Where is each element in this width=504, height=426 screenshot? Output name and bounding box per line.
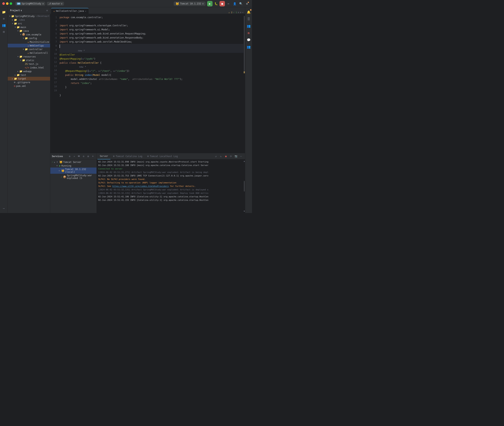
services-item-tomcat-server[interactable]: ✓ ▲ ▼ 🐱 Tomcat Server: [50, 160, 97, 164]
code-content[interactable]: package com.example.controller; import o…: [59, 14, 245, 153]
minimize-button[interactable]: [6, 2, 8, 5]
services-expand-icon[interactable]: ⊞: [86, 154, 90, 158]
tab-label: HelloController.java: [56, 10, 84, 12]
run-button[interactable]: ▶: [207, 1, 213, 6]
tree-item-static[interactable]: ▼ 📁 static: [8, 58, 50, 62]
right-sidebar-collab[interactable]: 👥: [246, 23, 252, 29]
tree-item-target[interactable]: ▶ 📁 target: [8, 77, 50, 80]
settings-button[interactable]: ⚙: [244, 1, 250, 6]
right-sidebar-database[interactable]: 🗄: [246, 16, 252, 22]
editor-scrollbar[interactable]: [244, 14, 245, 153]
tree-item-maininit[interactable]: ▶ ☕ MainInitialize: [8, 40, 50, 44]
console-tab-catalina[interactable]: 🖥 Tomcat Catalina Log: [111, 153, 145, 159]
tomcat-run-config[interactable]: 🐱 Tomcat 10.1.232 ∨: [174, 1, 206, 6]
editor-expand-icon[interactable]: ∧: [238, 11, 239, 14]
code-line-6: import org.springframework.web.bind.anno…: [60, 36, 244, 40]
console-camera-icon[interactable]: 📷: [234, 154, 238, 158]
project-panel-settings-icon[interactable]: ⚙: [46, 9, 48, 12]
console-tabs: Server 🖥 Tomcat Catalina Log 🖥 Tomcat Lo…: [97, 153, 245, 159]
sidebar-item-collab[interactable]: 👥: [1, 22, 7, 28]
tree-item-com-example[interactable]: ▼ 📦 com.example: [8, 33, 50, 36]
right-sidebar-maven[interactable]: m: [246, 30, 252, 36]
services-item-running[interactable]: ▼ ▶ Running: [50, 164, 97, 168]
code-editor[interactable]: 12345 678910 1112131415 16171819 package…: [50, 14, 245, 153]
console-tab-server[interactable]: Server: [98, 153, 111, 159]
console-tab-localhost[interactable]: 🖥 Tomcat Localhost Log: [145, 153, 180, 159]
console-more-icon[interactable]: ⋯: [239, 154, 243, 158]
tree-item-config[interactable]: ▼ 📁 config: [8, 36, 50, 40]
console-stop-icon[interactable]: ■: [224, 154, 228, 158]
code-line-18: }: [60, 93, 244, 98]
sidebar-item-more[interactable]: ⋯: [1, 205, 7, 212]
more-actions-button[interactable]: ⋯: [226, 1, 231, 6]
services-item-tomcat-local[interactable]: ▼ 🐱 Tomcat 10.1.232 [local]: [50, 168, 97, 174]
log-line-7: SLF4J: Defaulting to no-operation (NOP) …: [98, 181, 242, 185]
log-line-2: 02-Jun-2024 15:51:31.108 INFO [main] org…: [98, 164, 242, 167]
tree-label-config: config: [29, 37, 37, 40]
tree-item-webconfig[interactable]: ▶ ☕ WebConfigu: [8, 44, 50, 47]
close-button[interactable]: [2, 2, 5, 5]
right-sidebar-notifications[interactable]: 🔔: [246, 9, 252, 15]
tree-arrow-src: ▼: [11, 22, 14, 25]
tree-item-webapp[interactable]: ▶ 📁 webapp: [8, 70, 50, 73]
console-content[interactable]: 02-Jun-2024 15:51:31.098 INFO [main] org…: [97, 159, 244, 213]
project-panel-header: Project ∨ ⚙: [8, 7, 50, 14]
slf4j-link[interactable]: https://www.slf4j.org/codes.html#noProvi…: [112, 185, 169, 187]
stop-button[interactable]: ■: [219, 1, 225, 6]
console-tab-icon-catalina: 🖥: [113, 155, 115, 157]
tab-close-button[interactable]: ✕: [85, 10, 86, 12]
tab-hellocontroller[interactable]: ☕ HelloController.java ✕: [51, 8, 89, 14]
tree-item-root[interactable]: ▼ 📁 SpringMVCStudy ~/Desktop/C: [8, 14, 50, 18]
project-panel-title: Project ∨: [10, 9, 22, 12]
tree-path-root: ~/Desktop/C: [35, 15, 49, 17]
branch-switcher[interactable]: ⎇ master ∨: [47, 2, 64, 6]
services-visibility-icon[interactable]: 👁: [77, 154, 81, 158]
console-restart-icon[interactable]: ⟳: [229, 154, 233, 158]
search-button[interactable]: 🔍: [238, 1, 244, 6]
tree-item-idea[interactable]: ▶ 📁 .idea: [8, 18, 50, 22]
tree-item-testjs[interactable]: ▶ JS test.js: [8, 62, 50, 66]
tree-label-test: test: [21, 74, 26, 76]
services-label-artifact: SpringMVCStudy:war exploded [S: [67, 174, 95, 179]
tree-item-hellocontroller[interactable]: ▶ ☕ HelloControll: [8, 51, 50, 55]
debug-button[interactable]: 🐛: [213, 1, 219, 6]
services-add-icon[interactable]: +: [91, 154, 95, 158]
project-switcher[interactable]: SM SpringMVCStudy ∨: [15, 2, 45, 6]
tree-label-pomxml: pom.xml: [16, 85, 26, 87]
services-item-artifact[interactable]: ▶ ✓ 📦 SpringMVCStudy:war exploded [S: [50, 174, 97, 180]
services-sync-icon[interactable]: ⊙: [68, 154, 72, 158]
tree-item-java[interactable]: ▼ 📁 java: [8, 29, 50, 33]
project-dropdown-icon: ∨: [42, 2, 44, 5]
editor-collapse-icon[interactable]: ∨: [240, 11, 241, 14]
tree-item-pomxml[interactable]: ▶ m pom.xml: [8, 84, 50, 88]
tree-item-indexhtml[interactable]: ▶ </> index.html: [8, 66, 50, 70]
tree-item-test[interactable]: ▶ 📁 test: [8, 73, 50, 77]
right-sidebar-share[interactable]: 👥: [246, 44, 252, 50]
user-button[interactable]: 👤: [232, 1, 237, 6]
console-scroll-up[interactable]: ▲: [244, 160, 245, 163]
code-line-9: @Controller: [60, 53, 244, 57]
console-reload-icon[interactable]: ↺: [214, 154, 218, 158]
project-panel-dropdown[interactable]: ∨: [21, 9, 22, 12]
editor-menu-icon[interactable]: ⋯: [242, 11, 244, 14]
tabs-actions: ⚠ 2 ✓ 1 ∧ ∨ ⋯: [228, 11, 244, 14]
console-scrollbar-thumb[interactable]: [244, 181, 245, 192]
sidebar-item-vcs[interactable]: ⊕: [1, 15, 7, 22]
services-close-icon[interactable]: ✕: [72, 154, 76, 158]
console-scroll-down[interactable]: ▼: [244, 210, 245, 213]
sidebar-item-project[interactable]: 📁: [1, 9, 7, 15]
services-filter-icon[interactable]: ⊝: [81, 154, 86, 158]
sidebar-item-structure[interactable]: ⊞: [1, 29, 7, 35]
console-scrollbar-track[interactable]: ▲ ▼: [244, 159, 245, 213]
console-tab-catalina-label: Tomcat Catalina Log: [116, 155, 142, 158]
right-sidebar-chat[interactable]: 💬: [246, 37, 252, 43]
maximize-button[interactable]: [10, 2, 12, 5]
console-reload2-icon[interactable]: ↻: [219, 154, 223, 158]
code-line-19: [60, 98, 244, 102]
tree-item-controller[interactable]: ▼ 📁 controller: [8, 47, 50, 51]
tree-item-resources[interactable]: ▼ 📁 resources: [8, 55, 50, 58]
scrollbar-thumb[interactable]: [244, 16, 245, 71]
tree-item-src[interactable]: ▼ 📁 src: [8, 22, 50, 25]
tree-item-main[interactable]: ▼ 📁 main: [8, 25, 50, 29]
tree-item-gitignore[interactable]: ▶ ⊙ .gitignore: [8, 80, 50, 84]
